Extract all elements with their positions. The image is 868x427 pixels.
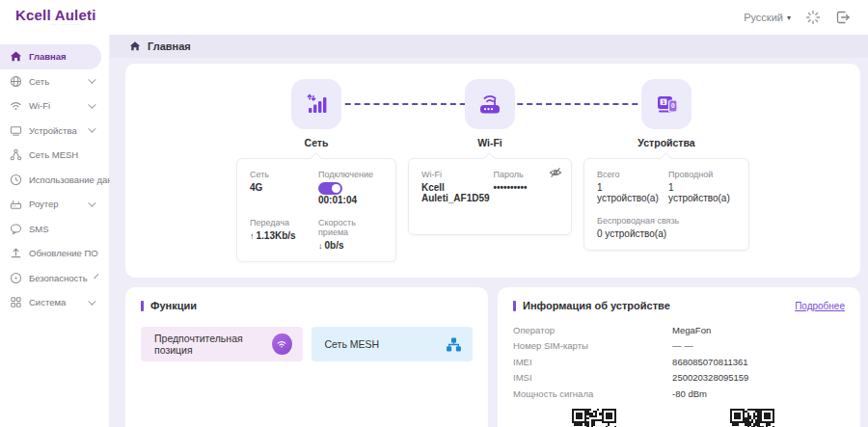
wifi-qr-block: 2.4 ГГц и 5.0 ГГц xyxy=(536,409,652,427)
functions-title: Функции xyxy=(150,300,197,311)
info-row-sim: Номер SIM-карты — — xyxy=(513,338,845,355)
home-icon xyxy=(129,40,141,52)
wifi-node-icon xyxy=(465,79,515,129)
chevron-down-icon xyxy=(88,297,95,305)
sidebar-item-label: Система xyxy=(29,297,66,307)
upload-icon xyxy=(10,247,22,259)
app-qr-block: ZTE Smart Life xyxy=(694,409,810,427)
brand-tagline: ··· ·········· xyxy=(50,23,96,28)
network-status-card: Сеть 4G Подключение 00:01:04 Передача xyxy=(236,158,396,262)
sidebar-item-data-usage[interactable]: Использование данных xyxy=(0,168,101,193)
language-label: Русский xyxy=(744,12,783,23)
devices-wired-value: 1 устройство(а) xyxy=(668,182,736,203)
preferred-position-tile[interactable]: Предпочтительная позиция xyxy=(141,327,303,361)
wifi-search-icon xyxy=(272,334,291,355)
sidebar-item-label: Сеть xyxy=(29,76,49,87)
chevron-down-icon xyxy=(88,76,95,84)
wifi-icon xyxy=(10,99,22,112)
language-selector[interactable]: Русский ▾ xyxy=(744,12,791,23)
upload-value: 1.13Kb/s xyxy=(257,230,296,241)
devices-icon xyxy=(10,124,22,137)
download-value: 0b/s xyxy=(325,240,344,251)
sidebar-item-label: Безопасность xyxy=(29,273,88,283)
chevron-down-icon xyxy=(88,125,95,133)
sidebar-item-label: Роутер xyxy=(29,199,59,209)
clock-icon xyxy=(10,173,22,186)
sidebar-item-router[interactable]: Роутер xyxy=(0,192,101,217)
download-label: Скорость приема xyxy=(318,218,383,237)
section-accent-bar xyxy=(513,301,516,311)
topbar: Kcell Auleti ··· ·········· Русский ▾ xyxy=(0,0,868,35)
section-accent-bar xyxy=(141,301,144,311)
security-icon xyxy=(10,272,22,284)
eye-off-icon[interactable] xyxy=(549,166,562,179)
svg-text:0: 0 xyxy=(671,102,675,109)
network-type-value: 4G xyxy=(250,182,314,193)
logout-icon[interactable] xyxy=(835,10,851,25)
sidebar-item-sms[interactable]: SMS xyxy=(0,217,101,242)
sidebar-item-mesh[interactable]: Сеть MESH xyxy=(0,143,101,168)
devices-total-label: Всего xyxy=(597,170,665,179)
mesh-hub-icon xyxy=(446,336,462,353)
globe-icon xyxy=(10,75,22,88)
chat-bubble-icon xyxy=(10,223,22,235)
arrow-down-icon: ↓ xyxy=(318,241,323,251)
connection-toggle[interactable] xyxy=(318,182,342,195)
functions-card: Функции Предпочтительная позиция xyxy=(125,287,488,427)
brand-logo: Kcell Auleti ··· ·········· xyxy=(15,8,96,28)
mesh-network-tile[interactable]: Сеть MESH xyxy=(312,327,474,361)
sidebar-item-network[interactable]: Сеть xyxy=(0,69,101,94)
sidebar-item-label: Устройства xyxy=(29,125,77,136)
app-qr-code xyxy=(730,409,774,427)
network-node-label: Сеть xyxy=(305,137,329,148)
app-window: Kcell Auleti ··· ·········· Русский ▾ xyxy=(0,0,868,427)
mesh-network-icon xyxy=(10,148,22,161)
info-row-imei: IMEI 868085070811361 xyxy=(513,354,845,370)
password-masked: •••••••••• xyxy=(494,182,558,193)
refresh-spinner-icon[interactable] xyxy=(805,10,821,25)
wifi-status-card: Wi-Fi Kcell Auleti_AF1D59 Пароль •••••••… xyxy=(408,158,572,235)
sidebar: Главная Сеть Wi-Fi xyxy=(0,35,110,427)
devices-wireless-label: Беспроводная связь xyxy=(597,216,736,226)
devices-node-icon: 1 0 xyxy=(641,79,692,129)
sidebar-item-label: Главная xyxy=(29,51,67,62)
sidebar-item-label: Wi-Fi xyxy=(29,100,50,111)
grid-icon xyxy=(10,296,22,308)
ssid-label: Wi-Fi xyxy=(421,170,490,179)
connection-time: 00:01:04 xyxy=(318,195,357,205)
sidebar-item-devices[interactable]: Устройства xyxy=(0,119,101,144)
devices-total-value: 1 устройство(а) xyxy=(597,182,665,203)
sidebar-item-firmware-update[interactable]: Обновление ПО xyxy=(0,241,101,266)
sidebar-item-home[interactable]: Главная xyxy=(0,44,101,69)
sidebar-item-security[interactable]: Безопасность xyxy=(0,266,101,291)
network-node-icon xyxy=(291,79,341,129)
info-row-imsi: IMSI 250020328095159 xyxy=(513,370,845,387)
network-type-label: Сеть xyxy=(250,170,314,179)
sidebar-item-wifi[interactable]: Wi-Fi xyxy=(0,93,101,119)
devices-node-label: Устройства xyxy=(637,137,694,148)
arrow-up-icon: ↑ xyxy=(250,231,255,241)
devices-wireless-value: 0 устройство(а) xyxy=(597,228,736,239)
home-icon xyxy=(10,50,22,63)
device-info-card: Информация об устройстве Подробнее Опера… xyxy=(498,287,860,427)
device-info-title: Информация об устройстве xyxy=(523,300,670,311)
sidebar-item-system[interactable]: Система xyxy=(0,290,101,315)
breadcrumb-label: Главная xyxy=(148,40,191,52)
ssid-value: Kcell Auleti_AF1D59 xyxy=(421,182,490,203)
wifi-qr-code xyxy=(572,409,616,427)
devices-status-card: Всего 1 устройство(а) Проводной 1 устрой… xyxy=(583,158,749,251)
status-overview-card: Сеть Сеть 4G Подключение 00:01: xyxy=(125,64,860,278)
chevron-down-icon xyxy=(88,199,95,206)
sidebar-item-label: Обновление ПО xyxy=(29,248,98,258)
chevron-down-icon: ▾ xyxy=(787,13,791,22)
breadcrumb: Главная xyxy=(110,35,868,58)
mesh-network-label: Сеть MESH xyxy=(325,338,380,350)
preferred-position-label: Предпочтительная позиция xyxy=(154,333,272,356)
sidebar-item-label: SMS xyxy=(29,224,49,234)
details-link[interactable]: Подробнее xyxy=(795,301,845,311)
brand-name: Kcell Auleti xyxy=(15,8,96,22)
sidebar-item-label: Сеть MESH xyxy=(29,149,78,160)
upload-label: Передача xyxy=(250,218,314,227)
info-row-operator: Оператор MegaFon xyxy=(513,322,845,338)
main-content: Главная xyxy=(110,35,868,427)
